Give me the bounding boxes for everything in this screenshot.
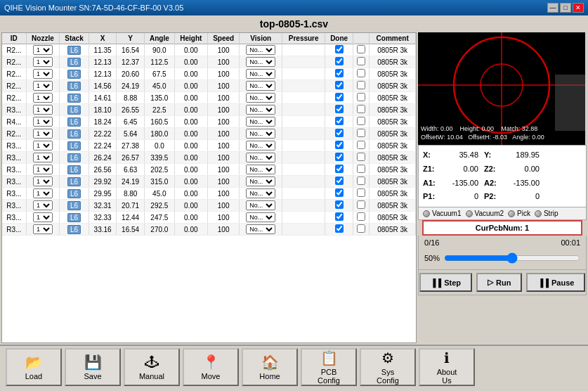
step-label: Step [444,278,461,287]
done-checkbox[interactable] [335,69,344,77]
table-row[interactable]: R2...1L614.618.88135.00.00100No...0805R … [2,92,416,104]
extra-checkbox[interactable] [357,188,365,197]
nozzle-select[interactable]: 1 [33,188,53,198]
extra-checkbox[interactable] [357,93,365,101]
done-checkbox[interactable] [335,105,344,113]
table-row[interactable]: R3...1L629.958.8045.00.00100No...0805R 3… [2,188,416,200]
nozzle-select[interactable]: 1 [33,45,53,55]
vision-select[interactable]: No... [246,117,275,127]
done-checkbox[interactable] [335,200,344,209]
step-button[interactable]: ▐▐ Step [419,273,472,292]
extra-checkbox[interactable] [357,69,365,77]
extra-checkbox[interactable] [357,117,365,125]
done-checkbox[interactable] [335,81,344,89]
table-row[interactable]: R3...1L618.1026.5522.50.00100No...0805R … [2,104,416,116]
nozzle-select[interactable]: 1 [33,212,53,222]
extra-checkbox[interactable] [357,224,365,233]
done-checkbox[interactable] [335,165,344,173]
table-row[interactable]: R3...1L629.9224.19315.00.00100No...0805R… [2,176,416,188]
nozzle-select[interactable]: 1 [33,165,53,174]
sys-config-button[interactable]: ⚙ SysConfig [360,348,416,386]
extra-checkbox[interactable] [357,105,365,113]
extra-checkbox[interactable] [357,57,365,65]
table-row[interactable]: R3...1L632.3312.44247.50.00100No...0805R… [2,212,416,224]
vacuum2-label: Vacuum2 [475,210,504,217]
extra-checkbox[interactable] [357,81,365,89]
move-button[interactable]: 📍 Move [183,348,239,386]
extra-checkbox[interactable] [357,165,365,173]
extra-checkbox[interactable] [357,141,365,149]
window-controls[interactable]: — □ ✕ [547,3,584,13]
extra-checkbox[interactable] [357,129,365,137]
extra-checkbox[interactable] [357,177,365,185]
extra-checkbox[interactable] [357,153,365,161]
nozzle-select[interactable]: 1 [33,200,53,210]
done-checkbox[interactable] [335,45,344,53]
home-button[interactable]: 🏠 Home [242,348,298,386]
stack-badge: L6 [67,141,81,150]
vision-select[interactable]: No... [246,224,275,234]
manual-button[interactable]: 🕹 Manual [124,348,180,386]
vision-select[interactable]: No... [246,129,275,139]
vision-select[interactable]: No... [246,177,275,186]
save-button[interactable]: 💾 Save [65,348,121,386]
table-row[interactable]: R3...1L626.566.63202.50.00100No...0805R … [2,164,416,176]
nozzle-select[interactable]: 1 [33,153,53,162]
pause-button[interactable]: ▐▐ Pause [526,273,585,292]
nozzle-select[interactable]: 1 [33,69,53,79]
pcb-config-button[interactable]: 📋 PCBConfig [301,348,357,386]
done-checkbox[interactable] [335,212,344,221]
vision-select[interactable]: No... [246,200,275,210]
done-checkbox[interactable] [335,93,344,101]
vision-select[interactable]: No... [246,141,275,150]
vision-select[interactable]: No... [246,165,275,174]
vision-select[interactable]: No... [246,188,275,198]
done-checkbox[interactable] [335,129,344,137]
table-row[interactable]: R3...1L626.2426.57339.50.00100No...0805R… [2,152,416,164]
nozzle-select[interactable]: 1 [33,177,53,186]
nozzle-select[interactable]: 1 [33,141,53,150]
vision-select[interactable]: No... [246,212,275,222]
done-checkbox[interactable] [335,141,344,149]
table-row[interactable]: R2...1L622.225.64180.00.00100No...0805R … [2,128,416,140]
done-checkbox[interactable] [335,224,344,233]
done-checkbox[interactable] [335,57,344,65]
table-row[interactable]: R2...1L614.5624.1945.00.00100No...0805R … [2,80,416,92]
table-row[interactable]: R2...1L612.1320.6067.50.00100No...0805R … [2,68,416,80]
extra-checkbox[interactable] [357,200,365,209]
speed-slider[interactable] [444,252,580,264]
done-checkbox[interactable] [335,177,344,185]
nozzle-select[interactable]: 1 [33,57,53,67]
nozzle-select[interactable]: 1 [33,93,53,103]
nozzle-select[interactable]: 1 [33,117,53,127]
table-row[interactable]: R3...1L632.3120.71292.50.00100No...0805R… [2,200,416,212]
nozzle-select[interactable]: 1 [33,129,53,139]
close-button[interactable]: ✕ [573,3,584,13]
table-row[interactable]: R2...1L612.1312.37112.50.00100No...0805R… [2,56,416,68]
vision-select[interactable]: No... [246,57,275,67]
done-checkbox[interactable] [335,117,344,125]
nozzle-select[interactable]: 1 [33,224,53,234]
maximize-button[interactable]: □ [560,3,571,13]
vision-select[interactable]: No... [246,81,275,91]
vision-select[interactable]: No... [246,93,275,103]
table-row[interactable]: R3...1L622.2427.380.00.00100No...0805R 3… [2,140,416,152]
nozzle-select[interactable]: 1 [33,81,53,91]
table-row[interactable]: R3...1L633.1616.54270.00.00100No...0805R… [2,224,416,236]
done-checkbox[interactable] [335,188,344,197]
load-button[interactable]: 📂 Load [6,348,62,386]
done-checkbox[interactable] [335,153,344,161]
vision-select[interactable]: No... [246,69,275,79]
extra-checkbox[interactable] [357,45,365,53]
vision-select[interactable]: No... [246,105,275,115]
component-table-container[interactable]: ID Nozzle Stack X Y Angle Height Speed V… [1,32,417,343]
nozzle-select[interactable]: 1 [33,105,53,115]
run-button[interactable]: ▷ Run [476,273,522,292]
extra-checkbox[interactable] [357,212,365,221]
about-button[interactable]: ℹ AboutUs [419,348,475,386]
table-row[interactable]: R2...1L611.3516.5490.00.00100No...0805R … [2,44,416,56]
vision-select[interactable]: No... [246,45,275,55]
minimize-button[interactable]: — [547,3,558,13]
vision-select[interactable]: No... [246,153,275,162]
table-row[interactable]: R4...1L618.246.45160.50.00100No...0805R … [2,116,416,128]
